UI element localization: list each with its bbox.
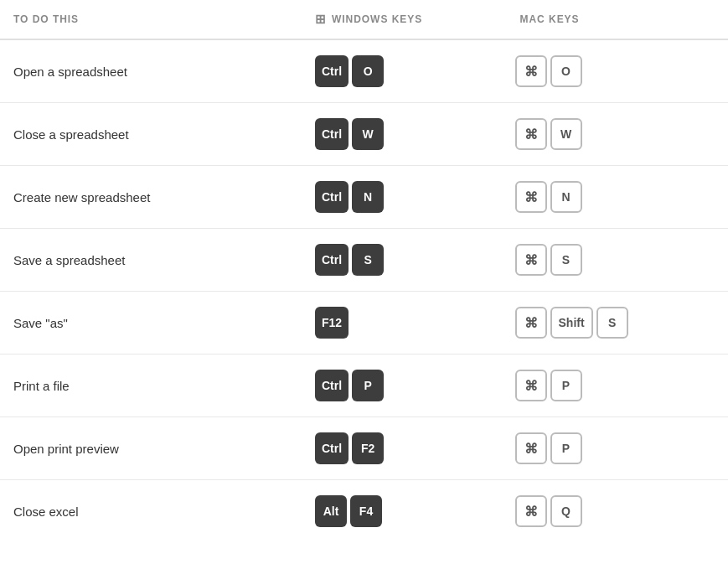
key-badge: S	[352, 244, 384, 276]
action-label: Close a spreadsheet	[13, 127, 315, 142]
windows-keys-group: CtrlF2	[315, 432, 515, 464]
key-badge: Ctrl	[315, 370, 349, 401]
table-row: Open a spreadsheetCtrlO⌘O	[0, 40, 728, 103]
key-badge: Ctrl	[315, 55, 349, 87]
table-row: Close excelAltF4⌘Q	[0, 480, 728, 542]
table-row: Print a fileCtrlP⌘P	[0, 354, 728, 417]
windows-keys-group: CtrlO	[315, 55, 515, 87]
key-badge: N	[550, 181, 582, 213]
header-windows-label: WINDOWS KEYS	[332, 13, 422, 25]
key-badge: ⌘	[515, 181, 547, 213]
mac-keys-group: ⌘P	[515, 432, 715, 464]
key-badge: P	[352, 370, 384, 401]
action-label: Save a spreadsheet	[13, 253, 315, 267]
key-badge: O	[352, 55, 384, 87]
windows-keys-group: CtrlP	[315, 370, 515, 401]
action-label: Create new spreadsheet	[13, 190, 315, 204]
key-badge: F12	[315, 307, 349, 339]
key-badge: W	[550, 118, 582, 150]
windows-keys-group: F12	[315, 307, 515, 339]
action-label: Open a spreadsheet	[13, 65, 315, 79]
header-action-label: TO DO THIS	[13, 13, 79, 25]
table-row: Create new spreadsheetCtrlN⌘N	[0, 166, 728, 229]
key-badge: Ctrl	[315, 432, 349, 464]
header-action: TO DO THIS	[13, 13, 315, 25]
windows-keys-group: CtrlS	[315, 244, 515, 276]
key-badge: N	[352, 181, 384, 213]
key-badge: Ctrl	[315, 181, 349, 213]
table-header: TO DO THIS ⊞ WINDOWS KEYS MAC KEYS	[0, 0, 728, 40]
action-label: Close excel	[13, 504, 315, 519]
windows-keys-group: CtrlN	[315, 181, 515, 213]
header-windows: ⊞ WINDOWS KEYS	[315, 12, 515, 27]
key-badge: Ctrl	[315, 118, 349, 150]
table-row: Save a spreadsheetCtrlS⌘S	[0, 229, 728, 292]
mac-keys-group: ⌘N	[515, 181, 715, 213]
mac-keys-group: ⌘W	[515, 118, 715, 150]
header-mac-label: MAC KEYS	[520, 13, 580, 25]
key-badge: F4	[350, 495, 382, 527]
key-badge: S	[596, 307, 628, 339]
key-badge: O	[550, 55, 582, 87]
key-badge: F2	[352, 432, 384, 464]
key-badge: ⌘	[515, 370, 547, 401]
key-badge: ⌘	[515, 244, 547, 276]
action-label: Save "as"	[13, 316, 315, 330]
action-label: Print a file	[13, 379, 315, 393]
key-badge: Q	[550, 495, 582, 527]
mac-keys-group: ⌘Q	[515, 495, 715, 527]
windows-keys-group: CtrlW	[315, 118, 515, 150]
shortcut-table: TO DO THIS ⊞ WINDOWS KEYS MAC KEYS Open …	[0, 0, 728, 542]
header-mac: MAC KEYS	[515, 13, 715, 25]
key-badge: ⌘	[515, 307, 547, 339]
key-badge: Shift	[550, 307, 593, 339]
key-badge: S	[550, 244, 582, 276]
mac-keys-group: ⌘P	[515, 370, 715, 401]
key-badge: ⌘	[515, 432, 547, 464]
key-badge: Alt	[315, 495, 347, 527]
key-badge: W	[352, 118, 384, 150]
table-body: Open a spreadsheetCtrlO⌘OClose a spreads…	[0, 40, 728, 542]
action-label: Open print preview	[13, 442, 315, 456]
mac-keys-group: ⌘ShiftS	[515, 307, 715, 339]
windows-keys-group: AltF4	[315, 495, 515, 527]
table-row: Open print previewCtrlF2⌘P	[0, 417, 728, 480]
table-row: Save "as"F12⌘ShiftS	[0, 292, 728, 354]
key-badge: P	[550, 370, 582, 401]
key-badge: P	[550, 432, 582, 464]
key-badge: ⌘	[515, 118, 547, 150]
mac-keys-group: ⌘S	[515, 244, 715, 276]
windows-icon: ⊞	[315, 12, 327, 27]
key-badge: ⌘	[515, 495, 547, 527]
key-badge: Ctrl	[315, 244, 349, 276]
key-badge: ⌘	[515, 55, 547, 87]
table-row: Close a spreadsheetCtrlW⌘W	[0, 103, 728, 166]
mac-keys-group: ⌘O	[515, 55, 715, 87]
